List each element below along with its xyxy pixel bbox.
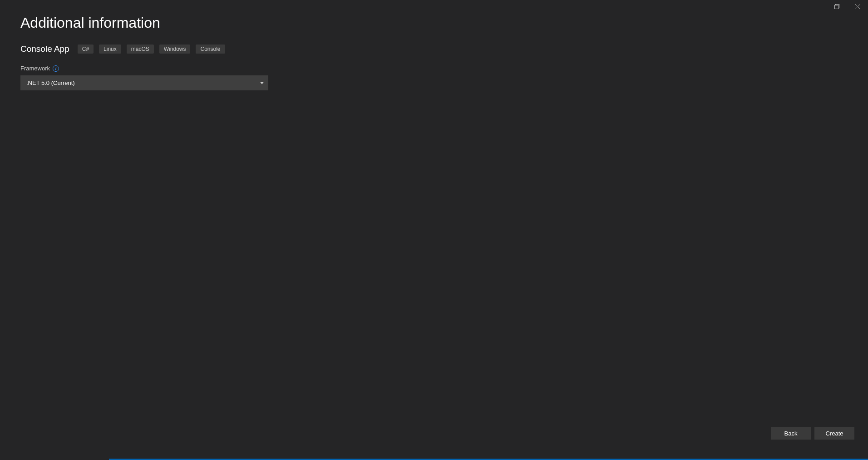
project-tag: macOS	[127, 45, 154, 54]
main-content: Additional information Console App C# Li…	[0, 0, 868, 90]
page-title: Additional information	[20, 15, 848, 31]
info-icon[interactable]: i	[53, 65, 59, 72]
footer-buttons: Back Create	[771, 427, 854, 440]
project-summary-row: Console App C# Linux macOS Windows Conso…	[20, 44, 848, 54]
framework-select[interactable]: .NET 5.0 (Current)	[20, 75, 268, 90]
project-tag: C#	[78, 45, 94, 54]
framework-select-wrap: .NET 5.0 (Current)	[20, 75, 268, 90]
maximize-restore-icon	[834, 3, 839, 11]
close-icon	[855, 3, 860, 11]
project-tag: Linux	[99, 45, 121, 54]
project-template-name: Console App	[20, 44, 69, 54]
create-button[interactable]: Create	[814, 427, 854, 440]
maximize-restore-button[interactable]	[826, 0, 847, 14]
framework-label: Framework	[20, 65, 50, 72]
framework-label-row: Framework i	[20, 65, 848, 72]
svg-rect-1	[834, 5, 838, 9]
close-button[interactable]	[847, 0, 868, 14]
project-tag: Console	[196, 45, 225, 54]
project-tag: Windows	[159, 45, 191, 54]
titlebar	[826, 0, 868, 14]
back-button[interactable]: Back	[771, 427, 811, 440]
